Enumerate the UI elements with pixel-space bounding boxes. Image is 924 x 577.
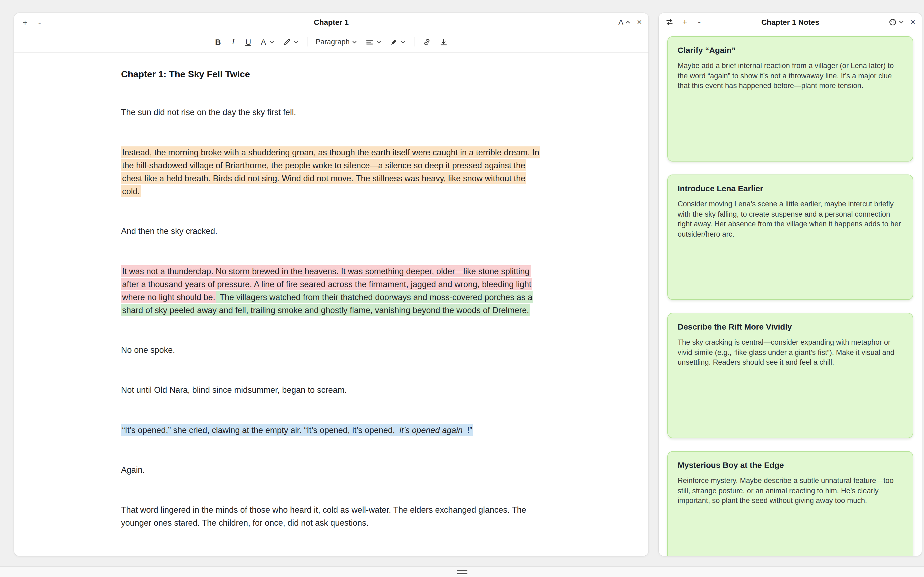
document-content: Chapter 1: The Sky Fell Twice The sun di… — [121, 53, 542, 529]
editor-header-left: + - — [21, 17, 43, 27]
paragraph: “It’s opened,” she cried, clawing at the… — [121, 424, 542, 437]
notes-header: + - Chapter 1 Notes × — [659, 13, 922, 31]
note-card[interactable]: Mysterious Boy at the Edge Reinforce mys… — [667, 451, 913, 556]
bold-button[interactable]: B — [214, 37, 221, 47]
note-card-title: Clarify “Again” — [677, 45, 903, 55]
paragraph-text: No one spoke. — [121, 345, 175, 355]
font-size-button[interactable]: A — [618, 18, 631, 26]
palette-icon — [888, 18, 897, 26]
underline-label: U — [245, 37, 252, 47]
editor-toolbar: B I U A Paragraph — [14, 31, 648, 53]
paragraph: And then the sky cracked. — [121, 225, 542, 238]
note-card-title: Mysterious Boy at the Edge — [677, 460, 903, 469]
notes-panel: + - Chapter 1 Notes × Clarify “Again” Ma… — [659, 13, 922, 556]
font-size-label: A — [618, 18, 624, 26]
toolbar-separator — [307, 37, 308, 47]
marker-dropdown[interactable] — [390, 37, 406, 46]
download-icon — [439, 37, 448, 46]
drag-handle-bar — [457, 573, 467, 574]
paragraph-text: The sun did not rise on the day the sky … — [121, 108, 296, 117]
chevron-up-icon — [625, 20, 631, 24]
link-button[interactable] — [422, 37, 431, 46]
highlighted-text-blue: “It’s opened,” she cried, clawing at the… — [121, 424, 398, 436]
highlight-pen-button[interactable] — [282, 37, 299, 46]
chevron-down-icon — [400, 40, 406, 44]
align-icon — [365, 37, 374, 46]
underline-button[interactable]: U — [245, 37, 252, 47]
toolbar-separator — [414, 37, 414, 47]
chevron-down-icon — [376, 40, 382, 44]
swap-icon — [665, 18, 674, 26]
workspace: + - Chapter 1 A × B I U A — [0, 0, 924, 577]
editor-panel: + - Chapter 1 A × B I U A — [14, 13, 648, 556]
note-card-title: Describe the Rift More Vividly — [677, 322, 903, 331]
drag-handle-bar — [457, 570, 467, 571]
note-card[interactable]: Clarify “Again” Maybe add a brief intern… — [667, 36, 913, 161]
note-color-dropdown[interactable] — [888, 18, 904, 26]
note-card-title: Introduce Lena Earlier — [677, 184, 903, 193]
chevron-down-icon — [293, 40, 299, 44]
highlighted-text-blue: !” — [464, 424, 473, 436]
paragraph: The sun did not rise on the day the sky … — [121, 106, 542, 119]
italic-label: I — [230, 37, 237, 47]
note-card[interactable]: Describe the Rift More Vividly The sky c… — [667, 313, 913, 438]
paragraph: That word lingered in the minds of those… — [121, 503, 542, 529]
paragraph: No one spoke. — [121, 343, 542, 356]
chevron-down-icon — [269, 40, 274, 44]
bold-label: B — [214, 37, 221, 47]
chevron-down-icon — [898, 20, 904, 24]
paragraph-style-label: Paragraph — [316, 38, 350, 46]
paragraph: Instead, the morning broke with a shudde… — [121, 146, 542, 198]
note-card-body: The sky cracking is central—consider exp… — [677, 338, 903, 367]
editor-close-button[interactable]: × — [637, 17, 642, 27]
drag-handle-icon[interactable] — [454, 569, 470, 575]
italic-button[interactable]: I — [230, 37, 237, 47]
link-icon — [422, 37, 431, 46]
editor-panel-title: Chapter 1 — [14, 18, 648, 26]
paragraph-text: And then the sky cracked. — [121, 226, 218, 235]
download-button[interactable] — [439, 37, 448, 46]
document-heading: Chapter 1: The Sky Fell Twice — [121, 69, 542, 80]
highlighted-text-orange: Instead, the morning broke with a shudde… — [121, 146, 540, 197]
paragraph-style-dropdown[interactable]: Paragraph — [316, 38, 357, 46]
notes-header-right: × — [888, 17, 915, 27]
document-area[interactable]: Chapter 1: The Sky Fell Twice The sun di… — [14, 53, 648, 556]
notes-header-left: + - — [665, 17, 703, 27]
note-card[interactable]: Introduce Lena Earlier Consider moving L… — [667, 174, 913, 300]
paragraph: Again. — [121, 464, 542, 477]
paragraph-text: Again. — [121, 465, 145, 474]
editor-zoom-in-button[interactable]: + — [21, 17, 30, 27]
notes-zoom-out-button[interactable]: - — [696, 17, 703, 27]
highlight-pen-icon — [282, 37, 291, 46]
marker-icon — [390, 37, 398, 46]
notes-list: Clarify “Again” Maybe add a brief intern… — [659, 31, 922, 556]
paragraph: It was not a thunderclap. No storm brewe… — [121, 265, 542, 317]
note-card-body: Maybe add a brief internal reaction from… — [677, 61, 903, 91]
editor-header-right: A × — [618, 17, 642, 27]
text-color-button[interactable]: A — [260, 37, 274, 47]
bottom-drawer-strip — [0, 566, 924, 577]
note-card-body: Reinforce mystery. Maybe describe a subt… — [677, 476, 903, 506]
paragraph: Not until Old Nara, blind since midsumme… — [121, 384, 542, 396]
note-card-body: Consider moving Lena’s scene a little ea… — [677, 199, 903, 239]
swap-panels-button[interactable] — [665, 18, 674, 26]
paragraph-text: Not until Old Nara, blind since midsumme… — [121, 385, 347, 394]
notes-close-button[interactable]: × — [910, 17, 915, 27]
notes-zoom-in-button[interactable]: + — [680, 17, 690, 27]
paragraph-text: That word lingered in the minds of those… — [121, 505, 526, 527]
align-dropdown[interactable] — [365, 37, 382, 46]
chevron-down-icon — [352, 40, 357, 44]
editor-header: + - Chapter 1 A × — [14, 13, 648, 31]
editor-zoom-out-button[interactable]: - — [36, 17, 43, 27]
text-color-icon: A — [260, 37, 267, 47]
highlighted-text-blue-italic: it’s opened again — [398, 424, 464, 436]
